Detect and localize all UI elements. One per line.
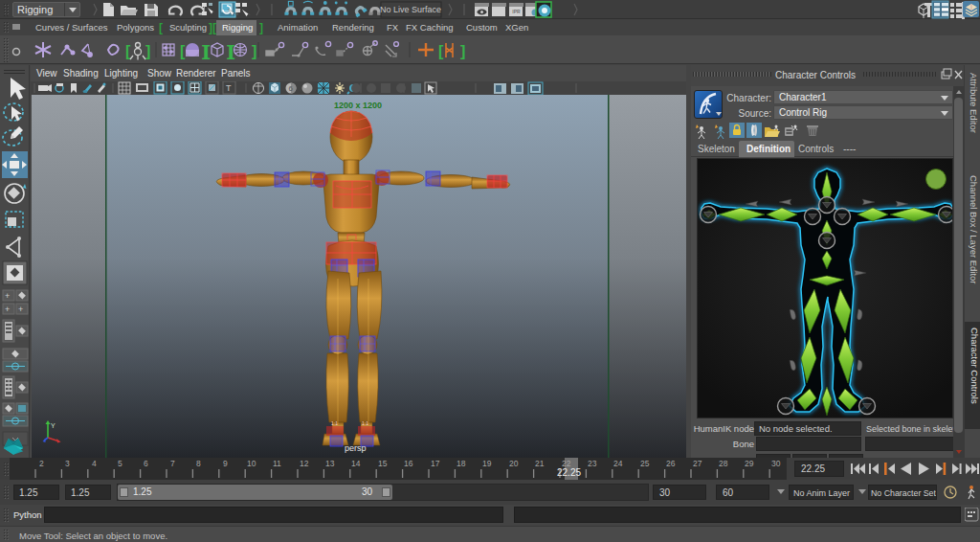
svg-text:]: ] xyxy=(460,43,465,59)
svg-text:]: ] xyxy=(145,43,150,59)
svg-text:Animation: Animation xyxy=(278,22,318,33)
svg-text:+: + xyxy=(5,305,10,314)
svg-text:][: ][ xyxy=(209,21,216,34)
svg-text:[: [ xyxy=(438,43,444,59)
svg-text:2: 2 xyxy=(39,459,44,468)
svg-text:24: 24 xyxy=(613,459,623,468)
svg-text:FX: FX xyxy=(387,22,399,33)
svg-text:IPR: IPR xyxy=(512,9,521,14)
svg-text:No Live Surface: No Live Surface xyxy=(380,5,441,14)
svg-text:21: 21 xyxy=(535,459,545,468)
svg-text:5: 5 xyxy=(118,459,122,468)
svg-text:6: 6 xyxy=(289,84,294,93)
svg-text:Rendering: Rendering xyxy=(332,22,374,33)
svg-text:[: [ xyxy=(180,43,186,59)
svg-text:persp: persp xyxy=(345,443,367,453)
svg-text:16: 16 xyxy=(404,459,413,468)
svg-text:+: + xyxy=(5,291,10,301)
svg-text:7: 7 xyxy=(170,459,175,468)
svg-text:28: 28 xyxy=(719,459,728,468)
svg-text:20: 20 xyxy=(509,459,519,468)
svg-text:8: 8 xyxy=(196,459,201,468)
svg-text:1:1: 1:1 xyxy=(362,420,368,426)
svg-text:Custom: Custom xyxy=(466,22,498,33)
svg-text:+: + xyxy=(18,305,23,314)
svg-text:Polygons: Polygons xyxy=(117,22,154,33)
svg-text:4: 4 xyxy=(92,459,97,468)
svg-text:Rigging: Rigging xyxy=(222,22,253,33)
svg-text:26: 26 xyxy=(666,459,676,468)
svg-text:[: [ xyxy=(125,43,131,59)
svg-text:14: 14 xyxy=(351,459,361,468)
svg-text:11: 11 xyxy=(273,459,281,468)
svg-text:15: 15 xyxy=(378,459,388,468)
svg-text:13: 13 xyxy=(325,459,335,468)
svg-text:19: 19 xyxy=(482,459,492,468)
svg-text:6: 6 xyxy=(144,459,148,468)
svg-text:]: ] xyxy=(259,21,263,34)
svg-text:10: 10 xyxy=(247,459,256,468)
svg-text:[: [ xyxy=(205,43,211,59)
svg-text:Curves / Surfaces: Curves / Surfaces xyxy=(35,22,108,33)
svg-text:9: 9 xyxy=(223,459,228,468)
svg-text:1:1: 1:1 xyxy=(331,420,338,426)
svg-text:22.25: 22.25 xyxy=(557,467,581,478)
svg-text:25: 25 xyxy=(640,459,650,468)
svg-text:Y: Y xyxy=(51,422,56,429)
svg-text:27: 27 xyxy=(693,459,702,468)
svg-text:18: 18 xyxy=(457,459,466,468)
svg-text:Sculpting: Sculpting xyxy=(169,22,207,33)
svg-text:17: 17 xyxy=(431,459,440,468)
svg-text:30: 30 xyxy=(771,459,781,468)
svg-text:[: [ xyxy=(159,21,163,34)
svg-text:T: T xyxy=(226,83,232,93)
svg-text:23: 23 xyxy=(588,459,597,468)
svg-text:3: 3 xyxy=(65,459,70,468)
svg-text:XGen: XGen xyxy=(505,22,528,33)
svg-text:]: ] xyxy=(252,43,256,59)
svg-text:12: 12 xyxy=(300,459,309,468)
svg-text:FX Caching: FX Caching xyxy=(406,22,454,33)
svg-text:29: 29 xyxy=(745,459,754,468)
svg-text:1200 x 1200: 1200 x 1200 xyxy=(334,101,382,110)
